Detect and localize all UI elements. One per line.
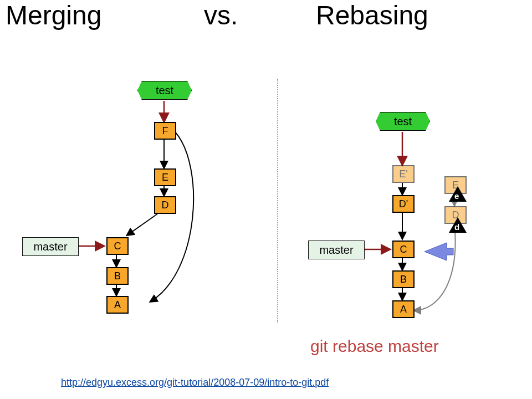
- commit-E-left: E: [154, 168, 176, 186]
- branch-tag-master-left: master: [22, 237, 79, 256]
- commit-F-left: F: [154, 122, 176, 140]
- commit-Dp-right: D': [392, 195, 415, 213]
- delta-e-icon: e: [449, 186, 467, 202]
- divider: [277, 79, 278, 323]
- commit-C-right: C: [392, 241, 415, 258]
- commit-B-left: B: [106, 267, 129, 285]
- delta-d-icon: d: [449, 217, 467, 233]
- svg-line-3: [127, 214, 157, 235]
- title-mid: vs.: [204, 0, 238, 30]
- commit-D-left: D: [154, 196, 176, 214]
- branch-tag-test-right: test: [376, 112, 430, 131]
- commit-Ep-right: E': [392, 165, 415, 183]
- branch-tag-test-left: test: [137, 81, 192, 100]
- title-right: Rebasing: [316, 0, 428, 30]
- commit-C-left: C: [106, 237, 129, 255]
- title-left: Merging: [6, 0, 101, 30]
- branch-tag-master-right: master: [308, 241, 365, 259]
- command-caption: git rebase master: [310, 337, 439, 356]
- commit-A-left: A: [106, 296, 129, 314]
- commit-B-right: B: [392, 270, 415, 288]
- source-link[interactable]: http://edgyu.excess.org/git-tutorial/200…: [61, 377, 329, 388]
- commit-A-right: A: [392, 300, 415, 318]
